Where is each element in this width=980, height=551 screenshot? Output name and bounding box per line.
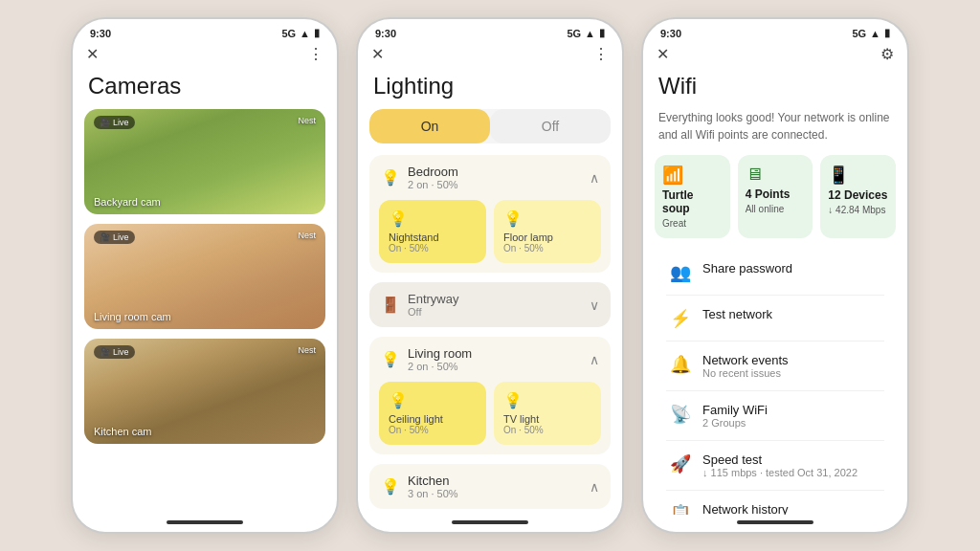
bedroom-name: Bedroom bbox=[408, 165, 458, 179]
wifi-signal-icon: 📶 bbox=[662, 165, 723, 186]
close-icon-2[interactable]: ✕ bbox=[371, 45, 384, 63]
more-icon-1[interactable]: ⋮ bbox=[308, 45, 323, 63]
light-ceiling[interactable]: 💡 Ceiling light On · 50% bbox=[379, 382, 486, 445]
menu-family-wifi[interactable]: 📡 Family WiFi 2 Groups bbox=[666, 391, 884, 441]
top-bar-2: ✕ ⋮ bbox=[358, 43, 622, 69]
camera-living[interactable]: 🎥 Live Nest Living room cam bbox=[84, 224, 325, 329]
bedroom-icon: 💡 bbox=[381, 168, 400, 187]
top-bar-1: ✕ ⋮ bbox=[73, 43, 337, 69]
more-icon-2[interactable]: ⋮ bbox=[593, 45, 609, 63]
nightstand-name: Nightstand bbox=[389, 231, 477, 243]
room-kitchen: 💡 Kitchen 3 on · 50% ∧ bbox=[369, 464, 611, 509]
signal-icon-1: ▲ bbox=[300, 28, 310, 39]
status-bar-2: 9:30 5G ▲ ▮ bbox=[358, 19, 622, 43]
kitchen-chevron[interactable]: ∧ bbox=[590, 479, 599, 495]
on-off-toggle[interactable]: On Off bbox=[369, 109, 611, 143]
signal-2: 5G bbox=[567, 28, 581, 39]
wifi-status-cards: 📶 Turtle soup Great 🖥 4 Points All onlin… bbox=[643, 155, 907, 250]
wifi-menu-list: 👥 Share password ⚡ Test network 🔔 Networ… bbox=[655, 250, 896, 515]
video-icon-3: 🎥 bbox=[100, 347, 110, 357]
test-network-icon: ⚡ bbox=[670, 308, 691, 329]
live-badge-1: 🎥 Live bbox=[94, 116, 135, 129]
nest-label-3: Nest bbox=[298, 345, 316, 355]
family-wifi-icon: 📡 bbox=[670, 404, 691, 425]
camera-kitchen[interactable]: 🎥 Live Nest Kitchen cam bbox=[84, 339, 325, 444]
livingroom-name: Living room bbox=[408, 346, 472, 361]
livingroom-chevron[interactable]: ∧ bbox=[590, 352, 599, 367]
time-1: 9:30 bbox=[90, 28, 111, 39]
network-events-sub: No recent issues bbox=[702, 367, 789, 379]
phone-wifi: 9:30 5G ▲ ▮ ✕ ⚙ Wifi Everything looks go… bbox=[641, 17, 909, 534]
video-icon-2: 🎥 bbox=[100, 232, 110, 242]
share-password-icon: 👥 bbox=[670, 262, 691, 283]
network-history-icon: 📋 bbox=[670, 503, 691, 515]
light-floorlamp[interactable]: 💡 Floor lamp On · 50% bbox=[494, 200, 601, 263]
close-icon-1[interactable]: ✕ bbox=[86, 45, 99, 63]
points-status: All online bbox=[746, 204, 806, 214]
menu-share-password[interactable]: 👥 Share password bbox=[666, 250, 884, 296]
router-icon: 🖥 bbox=[746, 165, 806, 185]
settings-icon-3[interactable]: ⚙ bbox=[880, 45, 894, 63]
nest-label-2: Nest bbox=[298, 231, 316, 240]
bedroom-chevron[interactable]: ∧ bbox=[590, 170, 599, 186]
livingroom-icon: 💡 bbox=[381, 350, 400, 368]
kitchen-name: Kitchen bbox=[408, 474, 458, 488]
network-quality: Great bbox=[662, 218, 723, 229]
page-title-lighting: Lighting bbox=[358, 69, 622, 109]
wifi-card-points[interactable]: 🖥 4 Points All online bbox=[738, 155, 813, 238]
room-header-livingroom[interactable]: 💡 Living room 2 on · 50% ∧ bbox=[369, 337, 611, 382]
bulb-icon-nightstand: 💡 bbox=[389, 209, 477, 228]
livingroom-sub: 2 on · 50% bbox=[408, 361, 472, 372]
close-icon-3[interactable]: ✕ bbox=[657, 45, 669, 63]
battery-icon-1: ▮ bbox=[314, 27, 320, 39]
wifi-menu: 👥 Share password ⚡ Test network 🔔 Networ… bbox=[643, 250, 907, 515]
tv-status: On · 50% bbox=[503, 425, 591, 435]
time-3: 9:30 bbox=[660, 28, 681, 39]
kitchen-icon: 💡 bbox=[381, 477, 400, 496]
floorlamp-status: On · 50% bbox=[503, 243, 591, 253]
page-title-wifi: Wifi bbox=[643, 69, 907, 109]
entryway-chevron[interactable]: ∨ bbox=[590, 298, 599, 313]
signal-1: 5G bbox=[281, 28, 296, 39]
room-header-bedroom[interactable]: 💡 Bedroom 2 on · 50% ∧ bbox=[369, 155, 611, 200]
nightstand-status: On · 50% bbox=[389, 243, 477, 253]
home-indicator-3 bbox=[737, 520, 813, 524]
entryway-name: Entryway bbox=[408, 292, 458, 306]
room-header-kitchen[interactable]: 💡 Kitchen 3 on · 50% ∧ bbox=[369, 464, 611, 509]
tv-name: TV light bbox=[503, 413, 591, 425]
network-history-title: Network history bbox=[702, 502, 838, 515]
menu-network-history[interactable]: 📋 Network history Slow performance this … bbox=[666, 491, 884, 515]
menu-network-events[interactable]: 🔔 Network events No recent issues bbox=[666, 342, 884, 391]
wifi-card-turtlesoup[interactable]: 📶 Turtle soup Great bbox=[655, 155, 730, 238]
light-tv[interactable]: 💡 TV light On · 50% bbox=[494, 382, 601, 445]
home-indicator-1 bbox=[167, 520, 243, 524]
share-password-title: Share password bbox=[702, 261, 792, 276]
video-icon-1: 🎥 bbox=[100, 118, 110, 127]
signal-3: 5G bbox=[852, 28, 866, 39]
light-nightstand[interactable]: 💡 Nightstand On · 50% bbox=[379, 200, 486, 263]
devices-icon: 📱 bbox=[828, 165, 888, 186]
toggle-on[interactable]: On bbox=[369, 109, 490, 143]
menu-test-network[interactable]: ⚡ Test network bbox=[666, 296, 884, 342]
room-livingroom: 💡 Living room 2 on · 50% ∧ 💡 Ceiling lig… bbox=[369, 337, 611, 454]
status-bar-1: 9:30 5G ▲ ▮ bbox=[73, 19, 337, 43]
room-header-entryway[interactable]: 🚪 Entryway Off ∨ bbox=[369, 282, 611, 327]
signal-icon-2: ▲ bbox=[585, 28, 595, 39]
kitchen-sub: 3 on · 50% bbox=[408, 488, 458, 499]
test-network-title: Test network bbox=[702, 307, 772, 321]
wifi-card-devices[interactable]: 📱 12 Devices ↓ 42.84 Mbps bbox=[820, 155, 896, 238]
speed-test-icon: 🚀 bbox=[670, 453, 691, 474]
menu-speed-test[interactable]: 🚀 Speed test ↓ 115 mbps · tested Oct 31,… bbox=[666, 441, 884, 491]
ceiling-status: On · 50% bbox=[389, 425, 477, 435]
live-badge-3: 🎥 Live bbox=[94, 345, 135, 359]
points-count: 4 Points bbox=[746, 187, 806, 201]
signal-icon-3: ▲ bbox=[870, 28, 880, 39]
cam-label-kitchen: Kitchen cam bbox=[94, 426, 152, 437]
room-bedroom: 💡 Bedroom 2 on · 50% ∧ 💡 Nightstand On ·… bbox=[369, 155, 611, 273]
live-badge-2: 🎥 Live bbox=[94, 231, 135, 244]
phone-lighting: 9:30 5G ▲ ▮ ✕ ⋮ Lighting On Off 💡 Bedroo… bbox=[356, 17, 624, 534]
entryway-icon: 🚪 bbox=[381, 296, 400, 314]
camera-backyard[interactable]: 🎥 Live Nest Backyard cam bbox=[84, 109, 325, 214]
toggle-off[interactable]: Off bbox=[490, 109, 611, 143]
cam-label-living: Living room cam bbox=[94, 311, 171, 322]
